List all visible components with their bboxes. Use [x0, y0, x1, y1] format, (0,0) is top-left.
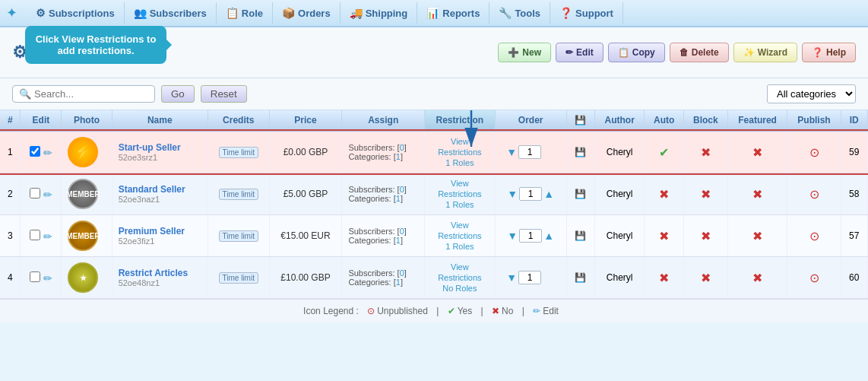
order-down-button[interactable]: ▼: [507, 230, 518, 242]
wizard-icon: ✨: [743, 47, 755, 58]
row-price: £0.00 GBP: [269, 131, 342, 173]
subscribers-link[interactable]: 0: [400, 268, 404, 278]
row-checkbox[interactable]: [30, 271, 40, 282]
auto-no-icon: ✖: [659, 230, 669, 243]
row-featured: ✖: [727, 173, 787, 215]
nav-item-orders[interactable]: 📦 Orders: [273, 2, 341, 24]
subscription-name[interactable]: Standard Seller: [119, 184, 201, 195]
order-up-button[interactable]: ▲: [543, 230, 554, 242]
featured-icon: ✖: [752, 146, 762, 159]
row-checkbox[interactable]: [30, 146, 40, 157]
tooltip-text-line2: add restrictions.: [36, 45, 157, 56]
new-button[interactable]: ➕ New: [498, 43, 551, 62]
featured-icon: ✖: [752, 188, 762, 201]
row-auto: ✖: [645, 257, 684, 299]
wizard-button[interactable]: ✨ Wizard: [733, 43, 797, 62]
row-assign: Subscribers: [0] Categories: [1]: [342, 131, 425, 173]
categories-link[interactable]: 1: [396, 278, 401, 287]
row-edit-icon[interactable]: ✏: [43, 189, 52, 201]
order-down-button[interactable]: ▼: [507, 188, 518, 200]
delete-button[interactable]: 🗑 Delete: [670, 43, 729, 62]
row-publish: ⊙: [787, 173, 841, 215]
featured-icon: ✖: [752, 230, 762, 243]
order-input[interactable]: [518, 271, 541, 284]
row-checkbox[interactable]: [30, 230, 40, 240]
table-wrapper: # Edit Photo Name Credits Price Assign R…: [0, 110, 868, 299]
nav-item-reports[interactable]: 📊 Reports: [417, 2, 489, 24]
row-credits: Time limit: [207, 215, 269, 257]
subscription-name[interactable]: Premium Seller: [119, 226, 201, 237]
order-input[interactable]: [519, 187, 542, 201]
nav-item-subscriptions[interactable]: ⚙ Subscriptions: [27, 2, 125, 24]
subscribers-link[interactable]: 0: [400, 185, 404, 194]
row-edit-icon[interactable]: ✏: [43, 230, 52, 243]
categories-link[interactable]: 1: [396, 194, 401, 203]
row-author: Cheryl: [594, 257, 645, 299]
view-restrictions-link[interactable]: ViewRestrictions1 Roles: [438, 221, 481, 251]
subscription-code: 52oe48nz1: [119, 278, 201, 287]
row-save[interactable]: 💾: [566, 173, 594, 215]
block-icon: ✖: [701, 146, 711, 159]
row-edit: ✏: [21, 215, 62, 257]
nav-item-role[interactable]: 📋 Role: [217, 2, 273, 24]
edit-button[interactable]: ✏ Edit: [556, 43, 603, 62]
order-up-button[interactable]: ▲: [543, 188, 554, 200]
row-restriction: ViewRestrictions1 Roles: [425, 173, 496, 215]
subscription-name[interactable]: Start-up Seller: [119, 142, 201, 153]
categories-link[interactable]: 1: [396, 236, 401, 245]
copy-button[interactable]: 📋 Copy: [608, 43, 665, 62]
search-input[interactable]: [34, 88, 148, 100]
category-select[interactable]: All categories: [767, 84, 856, 103]
order-down-button[interactable]: ▼: [506, 271, 517, 284]
order-input[interactable]: [519, 229, 542, 243]
col-assign: Assign: [342, 110, 425, 131]
view-restrictions-link[interactable]: ViewRestrictionsNo Roles: [438, 262, 481, 293]
row-checkbox[interactable]: [30, 188, 40, 198]
subscription-code: 52oe3naz1: [119, 195, 201, 204]
row-num: 4: [0, 257, 21, 299]
publish-icon: ⊙: [809, 271, 819, 284]
row-block: ✖: [683, 173, 727, 215]
nav-item-subscribers[interactable]: 👥 Subscribers: [125, 2, 217, 24]
new-icon: ➕: [508, 47, 519, 58]
nav-item-support[interactable]: ❓ Support: [550, 2, 623, 24]
row-save[interactable]: 💾: [566, 131, 594, 173]
row-block: ✖: [683, 257, 727, 299]
row-edit-icon[interactable]: ✏: [43, 147, 52, 159]
row-order: ▼ ▲: [495, 173, 566, 215]
nav-item-tools[interactable]: 🔧 Tools: [489, 2, 550, 24]
go-button[interactable]: Go: [161, 85, 195, 103]
row-save[interactable]: 💾: [566, 257, 594, 299]
row-restriction: ViewRestrictions1 Roles: [425, 215, 496, 257]
row-save[interactable]: 💾: [566, 215, 594, 257]
row-block: ✖: [683, 131, 727, 173]
page-header: ⚙ Subscriptions Click View Restrictions …: [0, 27, 868, 78]
nav-logo[interactable]: ✦: [6, 5, 17, 21]
toolbar: ➕ New ✏ Edit 📋 Copy 🗑 Delete ✨ Wizard ❓ …: [498, 43, 856, 62]
order-down-button[interactable]: ▼: [506, 146, 517, 158]
subscribers-link[interactable]: 0: [400, 143, 404, 152]
row-price: €15.00 EUR: [269, 215, 342, 257]
categories-link[interactable]: 1: [396, 152, 401, 161]
row-order: ▼: [495, 131, 566, 173]
subscription-name[interactable]: Restrict Articles: [119, 268, 201, 278]
reset-button[interactable]: Reset: [201, 85, 247, 103]
row-credits: Time limit: [207, 257, 269, 299]
edit-legend-icon: ✏: [533, 306, 540, 316]
search-icon: 🔍: [19, 88, 31, 100]
help-button[interactable]: ❓ Help: [802, 43, 856, 62]
help-icon: ❓: [812, 47, 823, 58]
col-num: #: [0, 110, 21, 131]
order-input[interactable]: [518, 145, 541, 159]
row-assign: Subscribers: [0] Categories: [1]: [342, 257, 425, 299]
col-edit: Edit: [21, 110, 62, 131]
row-num: 2: [0, 173, 21, 215]
credits-badge: Time limit: [219, 230, 258, 242]
row-edit-icon[interactable]: ✏: [43, 272, 52, 284]
role-icon: 📋: [226, 7, 239, 19]
subscribers-link[interactable]: 0: [400, 227, 404, 236]
nav-item-shipping[interactable]: 🚚 Shipping: [341, 2, 418, 24]
row-price: £5.00 GBP: [269, 173, 342, 215]
row-edit: ✏: [21, 131, 62, 173]
view-restrictions-link[interactable]: ViewRestrictions1 Roles: [438, 179, 481, 209]
